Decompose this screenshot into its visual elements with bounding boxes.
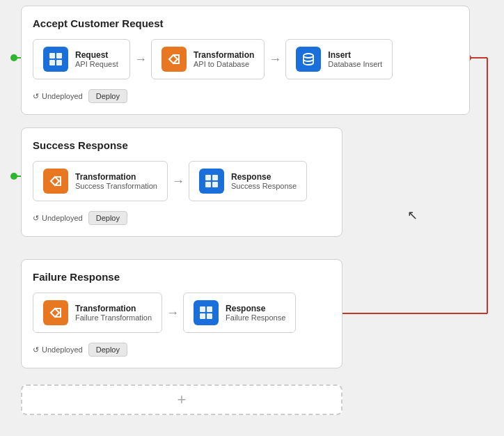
request-type: Request bbox=[75, 50, 118, 60]
transformation-node-success[interactable]: Transformation Success Transformation bbox=[33, 161, 168, 201]
request-node[interactable]: Request API Request bbox=[33, 39, 130, 79]
request-label: Request API Request bbox=[75, 50, 118, 68]
undeployed-icon-failure: ↺ bbox=[33, 345, 39, 355]
transformation-name-1: API to Database bbox=[194, 60, 254, 68]
arrow-success: → bbox=[172, 174, 184, 189]
cursor: ↖ bbox=[407, 208, 418, 223]
transformation-type-success: Transformation bbox=[75, 172, 157, 182]
response-node-failure[interactable]: Response Failure Response bbox=[183, 293, 296, 333]
deploy-btn-failure[interactable]: Deploy bbox=[88, 343, 127, 357]
svg-point-7 bbox=[10, 173, 17, 180]
transformation-icon-failure bbox=[43, 300, 68, 325]
transformation-type-failure: Transformation bbox=[75, 304, 152, 313]
add-group[interactable]: + bbox=[21, 384, 342, 415]
svg-rect-11 bbox=[56, 53, 62, 59]
arrow-1: → bbox=[134, 52, 147, 67]
transformation-label-success: Transformation Success Transformation bbox=[75, 172, 157, 190]
nodes-row-accept: Request API Request → Transformation API… bbox=[33, 39, 458, 79]
svg-rect-16 bbox=[212, 175, 218, 180]
footer-success: ↺ Undeployed Deploy bbox=[33, 211, 331, 225]
footer-accept: ↺ Undeployed Deploy bbox=[33, 89, 458, 103]
status-success: ↺ Undeployed bbox=[33, 214, 83, 223]
svg-rect-13 bbox=[56, 60, 62, 65]
insert-type: Insert bbox=[328, 50, 382, 60]
group-success-response: Success Response Transformation Success … bbox=[21, 127, 342, 237]
response-label-failure: Response Failure Response bbox=[226, 304, 285, 322]
svg-rect-19 bbox=[200, 306, 205, 312]
svg-rect-15 bbox=[205, 175, 211, 180]
svg-rect-18 bbox=[212, 182, 218, 187]
svg-point-14 bbox=[304, 54, 313, 58]
group-accept-customer-request: Accept Customer Request Request API Requ… bbox=[21, 6, 470, 115]
insert-label: Insert Database Insert bbox=[328, 50, 382, 68]
response-node-success[interactable]: Response Success Response bbox=[189, 161, 307, 201]
undeployed-icon-accept: ↺ bbox=[33, 92, 39, 101]
svg-rect-17 bbox=[205, 182, 211, 187]
transformation-node-1[interactable]: Transformation API to Database bbox=[151, 39, 265, 79]
status-accept: ↺ Undeployed bbox=[33, 92, 83, 101]
transformation-icon-1 bbox=[162, 47, 187, 72]
group-title-accept: Accept Customer Request bbox=[33, 17, 458, 29]
group-title-failure: Failure Response bbox=[33, 271, 331, 283]
insert-name: Database Insert bbox=[328, 60, 382, 68]
deploy-btn-success[interactable]: Deploy bbox=[88, 211, 127, 225]
arrow-2: → bbox=[269, 52, 281, 67]
response-name-failure: Failure Response bbox=[226, 313, 285, 322]
undeployed-label-success: Undeployed bbox=[42, 214, 83, 222]
response-type-failure: Response bbox=[226, 304, 285, 313]
transformation-node-failure[interactable]: Transformation Failure Transformation bbox=[33, 293, 162, 333]
request-icon bbox=[43, 47, 68, 72]
response-name-success: Success Response bbox=[231, 182, 297, 190]
transformation-type-1: Transformation bbox=[194, 50, 254, 60]
transformation-name-success: Success Transformation bbox=[75, 182, 157, 190]
status-failure: ↺ Undeployed bbox=[33, 345, 83, 355]
undeployed-label-failure: Undeployed bbox=[42, 345, 83, 354]
group-title-success: Success Response bbox=[33, 139, 331, 151]
svg-rect-22 bbox=[207, 313, 212, 319]
transformation-label-failure: Transformation Failure Transformation bbox=[75, 304, 152, 322]
response-icon-failure bbox=[194, 300, 219, 325]
insert-icon bbox=[296, 47, 321, 72]
nodes-row-success: Transformation Success Transformation → … bbox=[33, 161, 331, 201]
nodes-row-failure: Transformation Failure Transformation → … bbox=[33, 293, 331, 333]
deploy-btn-accept[interactable]: Deploy bbox=[88, 89, 127, 103]
arrow-failure: → bbox=[166, 306, 179, 320]
canvas: Accept Customer Request Request API Requ… bbox=[0, 0, 504, 436]
transformation-label-1: Transformation API to Database bbox=[194, 50, 254, 68]
request-name: API Request bbox=[75, 60, 118, 68]
undeployed-icon-success: ↺ bbox=[33, 214, 39, 223]
footer-failure: ↺ Undeployed Deploy bbox=[33, 343, 331, 357]
response-icon-success bbox=[199, 169, 224, 194]
response-label-success: Response Success Response bbox=[231, 172, 297, 190]
svg-rect-10 bbox=[49, 53, 55, 59]
svg-point-8 bbox=[10, 54, 17, 61]
response-type-success: Response bbox=[231, 172, 297, 182]
svg-rect-12 bbox=[49, 60, 55, 65]
group-failure-response: Failure Response Transformation Failure … bbox=[21, 259, 342, 368]
add-group-plus-icon: + bbox=[178, 391, 187, 409]
transformation-icon-success bbox=[43, 169, 68, 194]
svg-rect-21 bbox=[200, 313, 205, 319]
undeployed-label-accept: Undeployed bbox=[42, 92, 83, 100]
insert-node[interactable]: Insert Database Insert bbox=[285, 39, 393, 79]
transformation-name-failure: Failure Transformation bbox=[75, 313, 152, 322]
svg-rect-20 bbox=[207, 306, 212, 312]
